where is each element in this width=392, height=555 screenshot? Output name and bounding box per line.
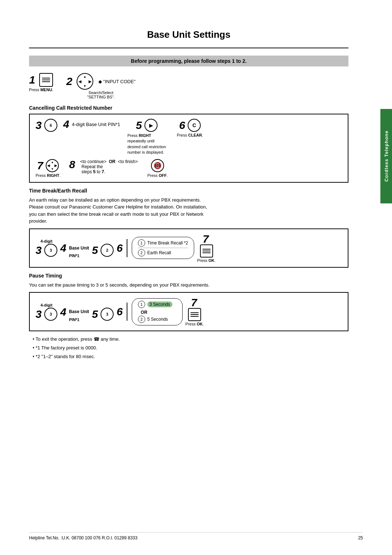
box1-s5-text: Press RIGHT repeatedly until desired cal… xyxy=(127,133,166,155)
box3-opt1-num: 1 xyxy=(138,301,145,308)
step2-after-text: ◆ "INPUT CODE" xyxy=(98,79,136,84)
nav-up-s: ▲ xyxy=(51,161,54,164)
ok-b-l1 xyxy=(191,312,199,313)
box2-s6-num: 6 xyxy=(117,243,124,254)
box1-s8-text: <to continue> OR <to finish> Repeat the … xyxy=(80,159,138,174)
box1-s5-num: 5 xyxy=(136,120,143,131)
box2-s7-below: Press OK. xyxy=(197,258,216,263)
step2-below: Search/Select "SETTING BS". xyxy=(87,90,115,99)
menu-icon[interactable] xyxy=(39,73,53,87)
nav-left-arrow: ◀ xyxy=(78,79,81,84)
banner: Before programming, please follow steps … xyxy=(29,56,348,66)
off-icon[interactable]: 📵 xyxy=(151,159,164,172)
nav-down-arrow: ▼ xyxy=(83,84,86,88)
nav-icon[interactable]: ▲ ▼ ▶ ◀ xyxy=(77,73,93,90)
box1-off-col: 📵 Press OFF. xyxy=(147,159,168,178)
box2-opt1-num: 1 xyxy=(138,239,145,247)
box2-opt1-text: Time Break Recall *2 xyxy=(147,240,188,246)
menu-line3 xyxy=(42,81,50,82)
box2-s7-num: 7 xyxy=(203,234,210,244)
title-divider xyxy=(29,48,348,48)
footnote1: *1 The factory preset is 0000. xyxy=(33,344,348,352)
box3-pin-label: PIN*1 xyxy=(69,317,79,322)
box1-s4-text: 4-digit Base Unit PIN*1 xyxy=(72,122,120,127)
ok-b-l3 xyxy=(191,316,199,317)
ok-icon[interactable] xyxy=(200,244,213,258)
section2-title: Time Break/Earth Recall xyxy=(29,188,348,194)
box3-opt2-text: 5 Seconds xyxy=(147,317,168,322)
box2-above-label: 4-digit xyxy=(41,239,53,243)
box3-step4-col: 4 Base Unit PIN*1 xyxy=(60,302,89,322)
box2-options-divider xyxy=(138,248,188,248)
section1-title: Cancelling Call Restricted Number xyxy=(29,105,348,111)
box3-opt2-num: 2 xyxy=(138,316,145,323)
bullet1: To exit the operation, press ☎ any time. xyxy=(33,336,348,343)
box1-s6-num: 6 xyxy=(179,120,186,131)
box2-step6-col: 6 xyxy=(117,239,129,257)
ok-b-l2 xyxy=(191,314,199,315)
box2-step5-col: 5 2 xyxy=(92,239,114,257)
footnote2: *2 "1–2" stands for 80 msec. xyxy=(33,353,348,361)
section3-para: You can set the pause timing to 3 or 5 s… xyxy=(29,281,348,289)
clear-icon[interactable]: C xyxy=(188,119,201,132)
ok-l2 xyxy=(203,251,211,251)
box3-or-text: OR xyxy=(141,310,147,315)
box1-nav-up-icon[interactable]: ▲ ▼ ▶ ◀ xyxy=(46,159,59,172)
box2-step7-col: 7 Press OK. xyxy=(197,234,216,263)
box3-s7-below: Press OK. xyxy=(185,322,204,326)
nav-lt-s: ◀ xyxy=(47,163,50,167)
bullet-list: To exit the operation, press ☎ any time.… xyxy=(33,336,348,360)
box3-divider xyxy=(127,303,127,321)
box2-s3-num: 3 xyxy=(36,245,43,256)
nav-right-arrow: ▶ xyxy=(89,79,91,84)
page-title: Base Unit Settings xyxy=(29,22,348,40)
menu-line1 xyxy=(42,78,50,78)
footer-helpline: Helpline Tel.No. :U.K. 08700 100 076 R.O… xyxy=(29,535,138,540)
box1-s4-num: 4 xyxy=(63,119,70,130)
box2-s4-text: Base Unit xyxy=(69,246,89,251)
section3-title: Pause Timing xyxy=(29,273,348,279)
box2-s4-num: 4 xyxy=(60,243,68,254)
box1-right-icon[interactable]: ▶ xyxy=(144,119,158,132)
box1-s7-below: Press RIGHT. xyxy=(36,173,60,178)
box1-circle6: 6 xyxy=(44,119,57,132)
box2-opt2-text: Earth Recall xyxy=(147,250,171,255)
cancel-call-box: 3 6 4 4-digit Base Unit PIN*1 5 ▶ xyxy=(29,114,348,183)
box2-option2: 2 Earth Recall xyxy=(138,249,188,256)
step1-number: 1 xyxy=(29,74,36,85)
nav-dn-s: ▼ xyxy=(51,167,54,171)
box3-step6-col: 6 xyxy=(117,303,129,321)
box3-step5-col: 5 3 xyxy=(92,303,114,321)
box1-s8-num: 8 xyxy=(69,159,76,170)
box1-step3: 3 6 xyxy=(36,119,57,132)
box2-option1: 1 Time Break Recall *2 xyxy=(138,239,188,247)
ok-icon-b[interactable] xyxy=(188,308,201,321)
box2-options: 1 Time Break Recall *2 2 Earth Recall xyxy=(132,237,194,259)
box1-off-below: Press OFF. xyxy=(147,173,168,178)
box2-circle3: 3 xyxy=(44,244,57,257)
box3-s7-num: 7 xyxy=(191,297,198,308)
footer-page: 25 xyxy=(358,535,363,540)
box3-s5-num: 5 xyxy=(92,309,99,320)
box3-opt1-text: 3 Seconds xyxy=(147,301,172,307)
step1-below: Press MENU. xyxy=(29,88,53,92)
box3-step7-col: 7 Press OK. xyxy=(185,297,204,326)
box3-s4-text: Base Unit xyxy=(69,309,89,314)
box3-circle3b: 3 xyxy=(101,308,114,321)
box3-option1: 1 3 Seconds xyxy=(138,301,176,308)
nav-rt-s: ▶ xyxy=(54,163,57,167)
box3-options: 1 3 Seconds OR 2 5 Seconds xyxy=(132,298,183,325)
step1-col: 1 Press MENU. xyxy=(29,73,53,92)
box1-step7: 7 ▲ ▼ ▶ ◀ Press RIGHT. xyxy=(36,159,60,178)
nav-up-arrow: ▲ xyxy=(83,75,86,78)
box3-or-row: OR xyxy=(138,309,176,316)
box3-above-label: 4-digit xyxy=(41,303,53,307)
box1-step6: 6 C Press CLEAR. xyxy=(177,119,203,137)
ok-l3 xyxy=(203,252,211,253)
step2-number: 2 xyxy=(66,76,74,87)
box2-pin-label: PIN*1 xyxy=(69,254,79,258)
side-tab-text: Cordless Telephone xyxy=(384,130,389,182)
box1-row2: 7 ▲ ▼ ▶ ◀ Press RIGHT. 8 xyxy=(36,159,342,178)
box2-step3-col: 4-digit 3 3 xyxy=(36,239,57,257)
box1-s6-below: Press CLEAR. xyxy=(177,133,203,137)
